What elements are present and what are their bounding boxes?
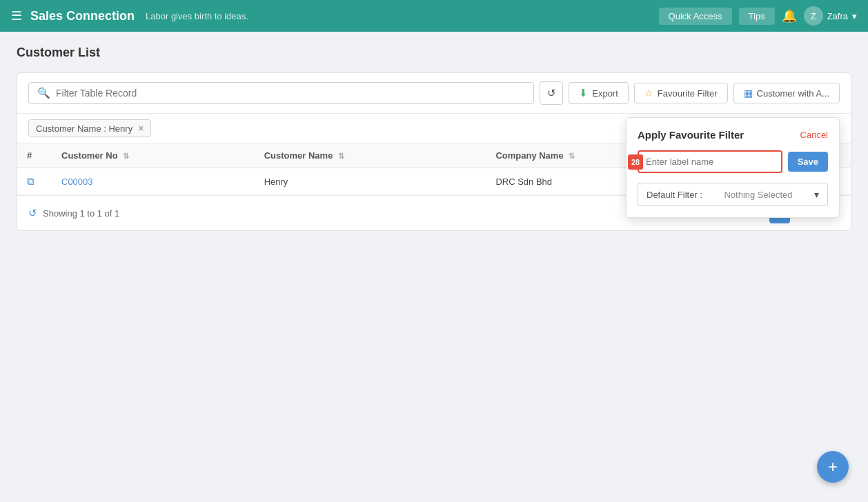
dropdown-arrow-icon: ▾ (814, 189, 819, 200)
page-content: Customer List 🔍 ↺ ⬇ Export ☆ Favourite F… (0, 32, 868, 245)
customer-no-cell: C00003 (52, 168, 255, 195)
user-menu[interactable]: Z Zafra ▾ (804, 6, 857, 26)
filter-tag: Customer Name : Henry × (28, 119, 151, 137)
refresh-button[interactable]: ↺ (540, 81, 563, 105)
customer-no-link[interactable]: C00003 (61, 177, 93, 187)
tips-button[interactable]: Tips (739, 8, 775, 25)
chevron-down-icon: ▾ (852, 11, 857, 21)
search-input[interactable] (56, 88, 525, 99)
popup-title: Apply Favourite Filter (638, 129, 744, 141)
star-icon: ☆ (644, 88, 653, 99)
col-customer-name: Customer Name ⇅ (255, 143, 486, 168)
favourite-filter-button[interactable]: ☆ Favourite Filter (634, 83, 728, 103)
showing-text: Showing 1 to 1 of 1 (43, 208, 119, 219)
main-card: 🔍 ↺ ⬇ Export ☆ Favourite Filter ▦ Custom… (17, 72, 851, 231)
sort-icon-customer-no[interactable]: ⇅ (123, 152, 129, 161)
user-name: Zafra (827, 11, 848, 21)
popup-header: Apply Favourite Filter Cancel (638, 129, 828, 141)
row-link-cell: ⧉ (17, 168, 52, 195)
export-button[interactable]: ⬇ Export (569, 82, 629, 104)
bell-icon[interactable]: 🔔 (782, 8, 797, 23)
export-label: Export (592, 88, 618, 99)
customer-filter-wrapper: ▦ Customer with A... Apply Favourite Fil… (733, 83, 840, 103)
header-right: Quick Access Tips 🔔 Z Zafra ▾ (659, 6, 857, 26)
default-filter-prefix: Default Filter : (647, 190, 702, 200)
customer-filter-label: Customer with A... (757, 88, 829, 99)
avatar: Z (804, 6, 823, 26)
default-filter-value: Nothing Selected (724, 190, 792, 200)
sort-icon-customer-name[interactable]: ⇅ (338, 152, 344, 161)
footer-refresh-icon[interactable]: ↺ (28, 207, 37, 219)
search-icon: 🔍 (37, 87, 50, 99)
badge-28: 28 (628, 154, 643, 170)
filter-tag-label: Customer Name : Henry (36, 123, 132, 134)
row-link-icon[interactable]: ⧉ (27, 175, 34, 187)
menu-icon[interactable]: ☰ (11, 8, 22, 23)
col-hash: # (17, 143, 52, 168)
label-input-row: 28 Save (638, 150, 828, 173)
col-customer-no: Customer No ⇅ (52, 143, 255, 168)
filter-tag-close-icon[interactable]: × (138, 123, 144, 134)
app-subtitle: Labor gives birth to ideas. (146, 11, 248, 21)
sort-icon-company-name[interactable]: ⇅ (569, 152, 575, 161)
app-header: ☰ Sales Connection Labor gives birth to … (0, 0, 868, 32)
filter-icon: ▦ (744, 88, 753, 99)
save-button[interactable]: Save (788, 152, 828, 172)
favourite-popup: Apply Favourite Filter Cancel 28 Save De… (626, 117, 840, 218)
toolbar: 🔍 ↺ ⬇ Export ☆ Favourite Filter ▦ Custom… (17, 73, 851, 114)
export-icon: ⬇ (579, 87, 588, 99)
default-filter-dropdown[interactable]: Default Filter : Nothing Selected ▾ (638, 183, 828, 206)
customer-filter-button[interactable]: ▦ Customer with A... (733, 83, 840, 103)
page-title: Customer List (17, 46, 851, 60)
customer-name-cell: Henry (255, 168, 486, 195)
search-wrapper[interactable]: 🔍 (28, 82, 534, 104)
favourite-filter-label: Favourite Filter (658, 88, 718, 99)
quick-access-button[interactable]: Quick Access (659, 8, 732, 25)
popup-cancel-button[interactable]: Cancel (800, 130, 828, 140)
app-title: Sales Connection (30, 9, 135, 23)
label-name-input[interactable] (638, 150, 782, 173)
